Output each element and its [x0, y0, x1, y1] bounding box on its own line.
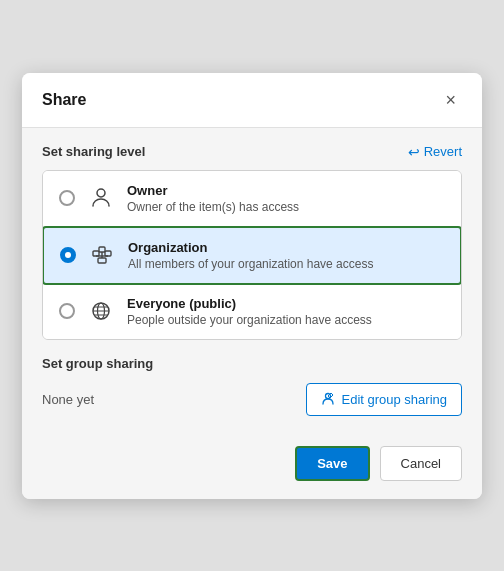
everyone-label: Everyone (public): [127, 296, 445, 311]
svg-rect-4: [98, 258, 106, 263]
svg-rect-3: [105, 251, 111, 256]
owner-label: Owner: [127, 183, 445, 198]
save-button[interactable]: Save: [295, 446, 369, 481]
edit-group-icon: [321, 391, 335, 408]
svg-rect-0: [97, 189, 105, 197]
group-sharing-row: None yet Edit group sharing: [42, 383, 462, 416]
cancel-button[interactable]: Cancel: [380, 446, 462, 481]
sharing-level-title: Set sharing level: [42, 144, 145, 159]
none-yet-label: None yet: [42, 392, 94, 407]
everyone-desc: People outside your organization have ac…: [127, 313, 445, 327]
group-sharing-title: Set group sharing: [42, 356, 462, 371]
dialog-footer: Save Cancel: [22, 432, 482, 499]
sharing-level-header: Set sharing level ↩ Revert: [42, 144, 462, 160]
organization-desc: All members of your organization have ac…: [128, 257, 444, 271]
option-owner[interactable]: Owner Owner of the item(s) has access: [43, 171, 461, 227]
org-icon: [88, 241, 116, 269]
option-everyone[interactable]: Everyone (public) People outside your or…: [43, 284, 461, 339]
group-sharing-section: Set group sharing None yet Edit group sh…: [42, 356, 462, 416]
radio-organization: [60, 247, 76, 263]
svg-rect-1: [93, 251, 99, 256]
share-dialog: Share × Set sharing level ↩ Revert: [22, 73, 482, 499]
revert-icon: ↩: [408, 144, 420, 160]
radio-owner: [59, 190, 75, 206]
dialog-header: Share ×: [22, 73, 482, 128]
dialog-title: Share: [42, 91, 86, 109]
person-icon: [87, 184, 115, 212]
dialog-body: Set sharing level ↩ Revert Owner Owner o…: [22, 128, 482, 432]
owner-desc: Owner of the item(s) has access: [127, 200, 445, 214]
svg-rect-2: [99, 247, 105, 252]
option-organization[interactable]: Organization All members of your organiz…: [42, 226, 462, 285]
revert-button[interactable]: ↩ Revert: [408, 144, 462, 160]
organization-label: Organization: [128, 240, 444, 255]
sharing-options-list: Owner Owner of the item(s) has access: [42, 170, 462, 340]
globe-icon: [87, 297, 115, 325]
radio-everyone: [59, 303, 75, 319]
close-button[interactable]: ×: [439, 89, 462, 111]
edit-group-button[interactable]: Edit group sharing: [306, 383, 462, 416]
